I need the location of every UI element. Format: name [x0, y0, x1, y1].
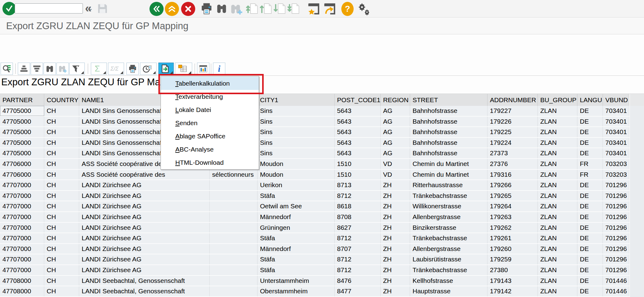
table-cell[interactable]: ZLAN	[538, 148, 577, 158]
collapse-command-icon[interactable]: «	[85, 2, 91, 14]
menu-item-ablage-sapoffice[interactable]: Ablage SAPoffice	[161, 129, 259, 143]
table-cell[interactable]	[210, 244, 258, 254]
table-cell[interactable]: 701296	[603, 254, 629, 264]
table-cell[interactable]: 701446	[603, 276, 629, 286]
table-cell[interactable]: 179262	[487, 223, 538, 233]
table-cell[interactable]: 701446	[603, 286, 629, 296]
table-cell[interactable]: DE	[577, 244, 603, 254]
column-header-street[interactable]: STREET	[410, 94, 487, 106]
table-cell[interactable]	[210, 180, 258, 190]
table-cell[interactable]: 8712	[335, 265, 381, 275]
new-session-icon[interactable]	[307, 2, 320, 15]
table-cell[interactable]: Willikonerstrasse	[410, 201, 487, 211]
table-cell[interactable]: CH	[44, 127, 79, 137]
filter-icon[interactable]	[69, 63, 85, 75]
column-header-bu_group[interactable]: BU_GROUP	[538, 94, 577, 106]
table-cell[interactable]: Oberstammheim	[258, 286, 335, 296]
table-cell[interactable]: DE	[577, 223, 603, 233]
table-cell[interactable]: 179226	[487, 117, 538, 127]
column-header-post_code1[interactable]: POST_CODE1	[335, 94, 381, 106]
table-cell[interactable]: ZLAN	[538, 170, 577, 180]
table-cell[interactable]: Männedorf	[258, 212, 335, 222]
create-shortcut-icon[interactable]	[323, 2, 336, 15]
table-cell[interactable]: ZLAN	[538, 286, 577, 296]
table-cell[interactable]: CH	[44, 286, 79, 296]
table-cell[interactable]: ZLAN	[538, 191, 577, 201]
print-icon[interactable]	[126, 63, 139, 75]
table-cell[interactable]: 47707000	[0, 223, 44, 233]
table-cell[interactable]: 701296	[603, 223, 629, 233]
table-cell[interactable]: DE	[577, 191, 603, 201]
table-cell[interactable]: 179225	[487, 127, 538, 137]
table-cell[interactable]	[210, 286, 258, 296]
table-cell[interactable]: 8708	[335, 212, 381, 222]
table-cell[interactable]: 5643	[335, 127, 381, 137]
choose-view-icon[interactable]	[175, 63, 192, 75]
find-next-icon[interactable]	[56, 63, 69, 75]
focused-cell[interactable]: 47705000	[0, 106, 44, 116]
table-cell[interactable]: 8707	[335, 244, 381, 254]
table-cell[interactable]: ZLAN	[538, 127, 577, 137]
table-cell[interactable]: Chemin du Martinet	[410, 159, 487, 169]
table-cell[interactable]: ZH	[381, 265, 410, 275]
table-cell[interactable]: AG	[381, 127, 410, 137]
table-cell[interactable]: ZLAN	[538, 159, 577, 169]
menu-item-senden[interactable]: Senden	[161, 116, 259, 129]
table-cell[interactable]: ZLAN	[538, 180, 577, 190]
info-icon[interactable]: i	[213, 63, 225, 75]
table-cell[interactable]: 1510	[335, 159, 381, 169]
table-cell[interactable]: Männedorf	[258, 244, 335, 254]
table-cell[interactable]: 179263	[487, 212, 538, 222]
table-cell[interactable]: DE	[577, 254, 603, 264]
column-header-langu[interactable]: LANGU	[577, 94, 603, 106]
details-icon[interactable]	[1, 63, 13, 75]
table-cell[interactable]: 179143	[487, 276, 538, 286]
table-cell[interactable]: Oetwil am See	[258, 201, 335, 211]
table-cell[interactable]: CH	[44, 254, 79, 264]
table-cell[interactable]: Sins	[258, 148, 335, 158]
table-cell[interactable]: Allenbergstrasse	[410, 244, 487, 254]
table-cell[interactable]: 179316	[487, 170, 538, 180]
table-cell[interactable]: 703401	[603, 127, 629, 137]
table-cell[interactable]: CH	[44, 265, 79, 275]
table-cell[interactable]: Tränkebachstrasse	[410, 191, 487, 201]
table-cell[interactable]: ZH	[381, 244, 410, 254]
last-page-icon[interactable]	[287, 2, 300, 15]
column-header-city1[interactable]: CITY1	[258, 94, 335, 106]
table-cell[interactable]: 5643	[335, 106, 381, 116]
column-header-vbund[interactable]: VBUND	[603, 94, 629, 106]
table-cell[interactable]: 179260	[487, 244, 538, 254]
table-cell[interactable]: 47706000	[0, 159, 44, 169]
table-cell[interactable]: Grüningen	[258, 223, 335, 233]
help-icon[interactable]: ?	[341, 2, 354, 16]
table-cell[interactable]: Laubisrütistrasse	[410, 254, 487, 264]
table-cell[interactable]: DE	[577, 127, 603, 137]
table-cell[interactable]: ZLAN	[538, 201, 577, 211]
customize-layout-icon[interactable]	[357, 2, 371, 16]
table-cell[interactable]: 47707000	[0, 212, 44, 222]
table-cell[interactable]	[210, 276, 258, 286]
sort-descending-icon[interactable]	[31, 63, 43, 75]
table-cell[interactable]: 8477	[335, 286, 381, 296]
table-cell[interactable]: CH	[44, 212, 79, 222]
table-cell[interactable]: 47705000	[0, 138, 44, 148]
table-cell[interactable]: 179266	[487, 180, 538, 190]
table-cell[interactable]: Ritterhausstrasse	[410, 180, 487, 190]
table-cell[interactable]: 47706000	[0, 170, 44, 180]
table-cell[interactable]: DE	[577, 212, 603, 222]
table-cell[interactable]: ZH	[381, 233, 410, 243]
table-cell[interactable]	[210, 201, 258, 211]
table-cell[interactable]: LANDI Zürichsee AG	[79, 254, 210, 264]
table-cell[interactable]: DE	[577, 265, 603, 275]
save-icon[interactable]	[97, 3, 108, 14]
table-cell[interactable]: AG	[381, 148, 410, 158]
table-cell[interactable]: ZLAN	[538, 233, 577, 243]
table-cell[interactable]	[210, 233, 258, 243]
table-cell[interactable]: 5643	[335, 117, 381, 127]
table-cell[interactable]	[210, 223, 258, 233]
table-cell[interactable]: 47707000	[0, 191, 44, 201]
export-icon[interactable]	[158, 63, 174, 75]
table-cell[interactable]: FR	[577, 170, 603, 180]
table-cell[interactable]: LANDI Seebachtal, Genossenschaft	[79, 276, 210, 286]
menu-item-html-download[interactable]: HTML-Download	[161, 156, 259, 169]
